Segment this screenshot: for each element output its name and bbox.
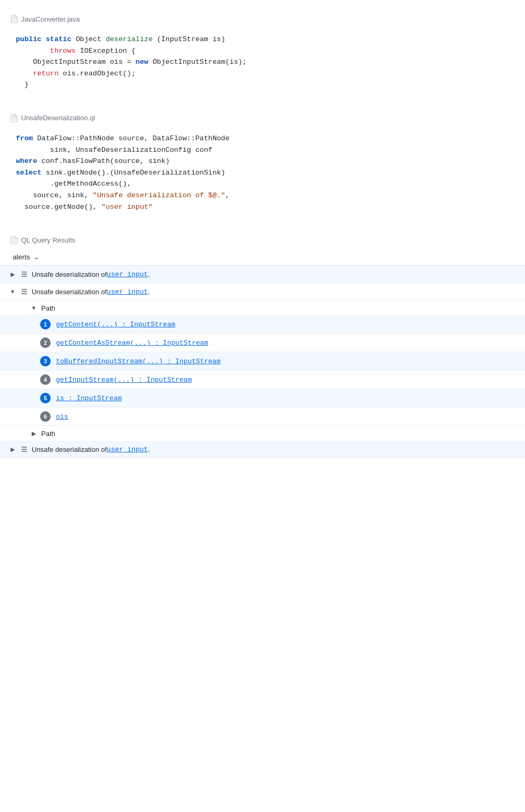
path-link-6[interactable]: ois <box>56 413 68 421</box>
path-item-4[interactable]: 4 getInputStream(...) : InputStream <box>0 371 525 389</box>
alert-period-3: . <box>148 446 150 453</box>
java-file-section: JavaConverter.java public static Object … <box>0 11 525 97</box>
alert-period-2: . <box>148 288 150 296</box>
ql-line-4: select sink.getNode().(UnsafeDeserializa… <box>16 167 509 179</box>
path-number-6: 6 <box>40 411 51 422</box>
ql-file-header: UnsafeDeserialization.ql <box>0 110 525 127</box>
java-line-5: } <box>16 79 509 91</box>
path-item-6[interactable]: 6 ois <box>0 408 525 426</box>
path-number-2: 2 <box>40 337 51 348</box>
ql-line-7: source.getNode(), "user input" <box>16 201 509 213</box>
path-item-3[interactable]: 3 toBufferedInputStream(...) : InputStre… <box>0 352 525 371</box>
ql-line-5: .getMethodAccess(), <box>16 178 509 190</box>
java-line-3: ObjectInputStream ois = new ObjectInputS… <box>16 56 509 68</box>
ql-file-icon <box>11 114 18 122</box>
path-link-3[interactable]: toBufferedInputStream(...) : InputStream <box>56 357 221 365</box>
alert-row-1[interactable]: Unsafe deserialization of user input . <box>0 266 525 283</box>
path-number-5: 5 <box>40 393 51 403</box>
path-link-2[interactable]: getContentAsStream(...) : InputStream <box>56 339 208 347</box>
path-number-1: 1 <box>40 319 51 330</box>
path-label-2: Path <box>41 430 55 438</box>
alert-text-3: Unsafe deserialization of <box>32 446 107 453</box>
path-label-1: Path <box>41 304 55 312</box>
alert-row-2[interactable]: Unsafe deserialization of user input . <box>0 283 525 301</box>
ql-line-3: where conf.hasFlowPath(source, sink) <box>16 156 509 167</box>
java-file-icon <box>11 15 18 23</box>
list-icon-1 <box>20 270 28 278</box>
alert-row-3[interactable]: Unsafe deserialization of user input . <box>0 441 525 458</box>
path-item-2[interactable]: 2 getContentAsStream(...) : InputStream <box>0 334 525 352</box>
results-section: QL Query Results alerts Unsafe deseriali… <box>0 231 525 458</box>
main-container: JavaConverter.java public static Object … <box>0 0 525 469</box>
list-icon-2 <box>20 287 28 296</box>
alert-link-3[interactable]: user input <box>107 446 148 453</box>
ql-line-1: from DataFlow::PathNode source, DataFlow… <box>16 133 509 144</box>
java-code-block: public static Object deserialize (InputS… <box>0 27 525 97</box>
alerts-bar[interactable]: alerts <box>0 248 525 266</box>
path-expand-icon-1[interactable] <box>30 304 38 312</box>
ql-code-block: from DataFlow::PathNode source, DataFlow… <box>0 127 525 219</box>
ql-file-name: UnsafeDeserialization.ql <box>21 114 95 122</box>
path-number-3: 3 <box>40 356 51 366</box>
path-number-4: 4 <box>40 374 51 385</box>
alert-link-2[interactable]: user input <box>107 288 148 296</box>
java-line-2: throws IOException { <box>16 45 509 57</box>
java-file-header: JavaConverter.java <box>0 11 525 27</box>
alerts-chevron-icon[interactable] <box>33 253 40 261</box>
path-item-5[interactable]: 5 is : InputStream <box>0 389 525 408</box>
path-link-4[interactable]: getInputStream(...) : InputStream <box>56 376 192 384</box>
path-expand-icon-2[interactable] <box>30 429 38 438</box>
results-file-icon <box>11 236 18 244</box>
alert-text-2: Unsafe deserialization of <box>32 288 107 296</box>
expand-icon-2[interactable] <box>8 287 17 296</box>
path-header-1[interactable]: Path <box>0 301 525 315</box>
java-line-1: public static Object deserialize (InputS… <box>16 34 509 45</box>
java-line-4: return ois.readObject(); <box>16 68 509 80</box>
path-item-1[interactable]: 1 getContent(...) : InputStream <box>0 315 525 334</box>
alert-row-2-container: Unsafe deserialization of user input . P… <box>0 283 525 441</box>
ql-line-2: sink, UnsafeDeserializationConfig conf <box>16 144 509 156</box>
expand-icon-1[interactable] <box>8 270 17 278</box>
results-title: QL Query Results <box>21 236 75 244</box>
alerts-label: alerts <box>13 253 30 261</box>
path-header-2[interactable]: Path <box>0 426 525 441</box>
alert-link-1[interactable]: user input <box>107 270 148 278</box>
alert-text-1: Unsafe deserialization of <box>32 270 107 278</box>
path-link-1[interactable]: getContent(...) : InputStream <box>56 321 175 328</box>
ql-line-6: source, sink, "Unsafe deserialization of… <box>16 190 509 201</box>
alert-period-1: . <box>148 270 150 278</box>
java-file-name: JavaConverter.java <box>21 15 80 23</box>
expand-icon-3[interactable] <box>8 445 17 453</box>
list-icon-3 <box>20 445 28 453</box>
path-link-5[interactable]: is : InputStream <box>56 394 122 402</box>
results-header: QL Query Results <box>0 231 525 248</box>
ql-file-section: UnsafeDeserialization.ql from DataFlow::… <box>0 110 525 219</box>
